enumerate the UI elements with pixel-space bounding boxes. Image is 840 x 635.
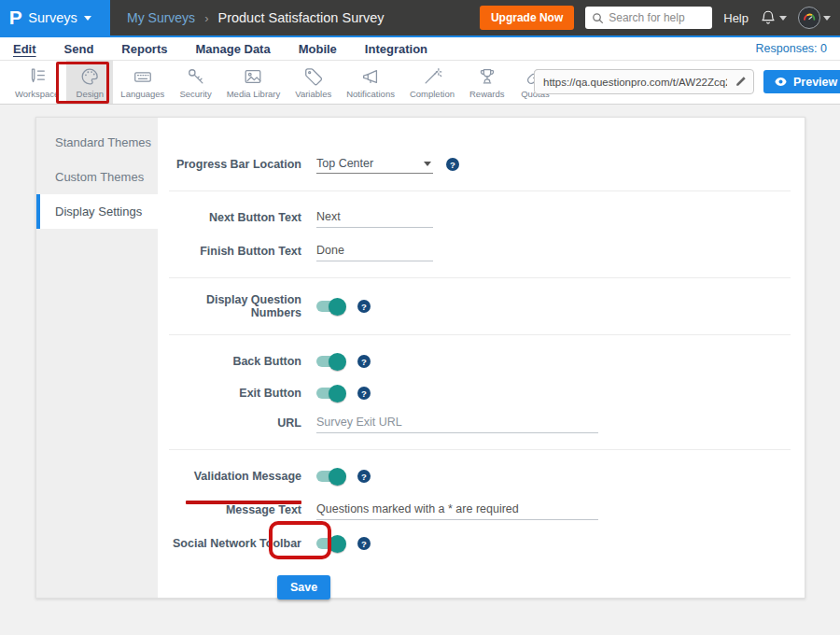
progress-bar-location-label: Progress Bar Location xyxy=(158,158,301,171)
sidebar-item-standard-themes[interactable]: Standard Themes xyxy=(36,125,158,160)
next-button-text-input[interactable] xyxy=(316,208,433,228)
keyboard-icon xyxy=(133,66,153,87)
social-network-toolbar-toggle[interactable] xyxy=(316,538,344,549)
display-question-numbers-toggle[interactable] xyxy=(316,301,344,312)
survey-url-value: https://qa.questionpro.com/t/AW22Zcq2J xyxy=(535,77,727,88)
display-settings-form: Progress Bar Location Top Center ? Next … xyxy=(158,118,805,598)
finish-button-text-input[interactable] xyxy=(316,242,433,261)
product-menu[interactable]: P Surveys xyxy=(0,0,110,35)
toolbar-languages[interactable]: Languages xyxy=(113,61,172,104)
validation-message-toggle[interactable] xyxy=(316,471,344,482)
avatar xyxy=(798,7,820,29)
save-button[interactable]: Save xyxy=(277,575,330,600)
breadcrumb-my-surveys[interactable]: My Surveys xyxy=(127,10,195,25)
chevron-down-icon xyxy=(424,162,431,166)
progress-bar-location-select[interactable]: Top Center xyxy=(316,155,433,174)
responses-count[interactable]: Responses: 0 xyxy=(756,42,827,55)
section-divider xyxy=(169,449,791,450)
preview-label: Preview xyxy=(793,76,837,89)
search-icon xyxy=(592,12,604,24)
exit-button-toggle[interactable] xyxy=(316,388,344,399)
megaphone-icon xyxy=(360,66,381,87)
key-icon xyxy=(186,66,206,87)
next-button-text-label: Next Button Text xyxy=(158,211,301,224)
toolbar-design[interactable]: Design xyxy=(66,61,113,104)
survey-nav: Edit Send Reports Manage Data Mobile Int… xyxy=(0,35,840,61)
toolbar-notifications[interactable]: Notifications xyxy=(339,61,402,104)
validation-message-label: Validation Message xyxy=(158,470,301,483)
image-icon xyxy=(243,66,263,87)
palette-icon xyxy=(79,66,100,87)
help-search-box[interactable] xyxy=(585,7,712,29)
display-question-numbers-label: Display Question Numbers xyxy=(158,293,301,319)
help-icon[interactable]: ? xyxy=(357,355,371,368)
wand-icon xyxy=(422,66,442,87)
finish-button-text-label: Finish Button Text xyxy=(158,245,301,258)
toolbar-label: Completion xyxy=(410,89,455,99)
exit-url-label: URL xyxy=(158,416,301,430)
nav-tab-send[interactable]: Send xyxy=(64,42,94,56)
display-settings-card: Standard Themes Custom Themes Display Se… xyxy=(35,117,805,599)
help-search-input[interactable] xyxy=(609,11,702,24)
toolbar-label: Workspace xyxy=(15,89,59,99)
upgrade-now-button[interactable]: Upgrade Now xyxy=(480,6,574,30)
bell-icon xyxy=(760,9,777,26)
tag-icon xyxy=(303,66,324,87)
social-network-toolbar-label: Social Network Toolbar xyxy=(158,537,301,550)
section-divider xyxy=(169,277,791,278)
page-content: Standard Themes Custom Themes Display Se… xyxy=(0,105,840,635)
toolbar-label: Notifications xyxy=(346,89,395,99)
select-value: Top Center xyxy=(316,157,373,170)
account-menu-button[interactable] xyxy=(798,7,831,29)
pencil-icon xyxy=(735,76,747,88)
sidebar-item-custom-themes[interactable]: Custom Themes xyxy=(36,160,158,194)
help-icon[interactable]: ? xyxy=(357,537,371,550)
exit-url-input[interactable] xyxy=(316,414,598,433)
help-icon[interactable]: ? xyxy=(357,470,371,483)
message-text-input[interactable] xyxy=(316,501,598,520)
toolbar-workspace[interactable]: Workspace xyxy=(7,61,66,104)
nav-tab-integration[interactable]: Integration xyxy=(365,42,427,56)
notifications-bell-button[interactable] xyxy=(760,9,787,26)
toolbar-rewards[interactable]: Rewards xyxy=(462,61,512,104)
back-button-label: Back Button xyxy=(158,355,301,368)
workspace-icon xyxy=(27,66,48,87)
nav-tab-manage-data[interactable]: Manage Data xyxy=(195,42,270,56)
section-divider xyxy=(169,334,791,335)
message-text-label: Message Text xyxy=(158,503,301,516)
chevron-down-icon xyxy=(779,16,787,21)
toolbar-label: Variables xyxy=(295,89,331,99)
preview-button[interactable]: Preview xyxy=(763,70,840,93)
toolbar-label: Design xyxy=(77,89,105,99)
toolbar-label: Media Library xyxy=(227,89,281,99)
toolbar-label: Languages xyxy=(120,89,164,99)
sidebar-item-display-settings[interactable]: Display Settings xyxy=(36,194,158,229)
themes-sidebar: Standard Themes Custom Themes Display Se… xyxy=(36,118,158,598)
toolbar-label: Security xyxy=(179,89,211,99)
top-bar: P Surveys My Surveys › Product Satisfact… xyxy=(0,0,840,35)
section-divider xyxy=(169,190,791,191)
nav-tab-edit[interactable]: Edit xyxy=(13,42,36,56)
help-icon[interactable]: ? xyxy=(357,300,371,313)
survey-url-field[interactable]: https://qa.questionpro.com/t/AW22Zcq2J xyxy=(534,69,754,94)
toolbar-variables[interactable]: Variables xyxy=(287,61,339,104)
toolbar-completion[interactable]: Completion xyxy=(402,61,462,104)
eye-icon xyxy=(774,75,788,89)
nav-tab-reports[interactable]: Reports xyxy=(121,42,167,56)
nav-tab-mobile[interactable]: Mobile xyxy=(299,42,337,56)
help-icon[interactable]: ? xyxy=(357,387,371,400)
trophy-icon xyxy=(477,66,497,87)
product-menu-label: Surveys xyxy=(28,10,77,25)
breadcrumb-separator: › xyxy=(204,11,208,25)
edit-url-button[interactable] xyxy=(727,70,753,93)
back-button-toggle[interactable] xyxy=(316,356,344,367)
toolbar-label: Rewards xyxy=(469,89,505,99)
toolbar-media-library[interactable]: Media Library xyxy=(219,61,288,104)
chevron-down-icon xyxy=(823,16,831,21)
breadcrumb: My Surveys › Product Satisfaction Survey xyxy=(127,10,385,25)
help-link[interactable]: Help xyxy=(723,11,749,25)
exit-button-label: Exit Button xyxy=(158,387,301,400)
help-icon[interactable]: ? xyxy=(446,158,459,171)
toolbar-security[interactable]: Security xyxy=(172,61,218,104)
edit-toolbar: Workspace Design Languages Security Medi… xyxy=(0,61,840,105)
